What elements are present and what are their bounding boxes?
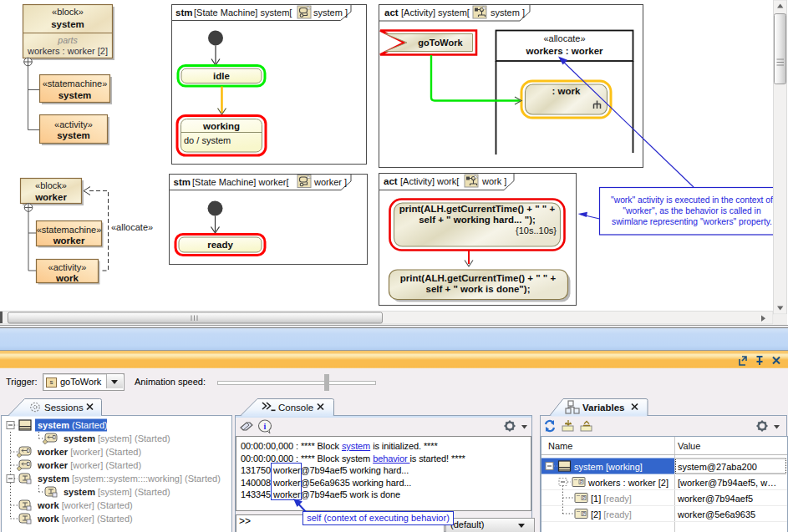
svg-text:system: system bbox=[58, 90, 92, 100]
svg-text:work [worker] (Started): work [worker] (Started) bbox=[37, 500, 133, 510]
svg-text:swimlane representing "workers: swimlane representing "workers" property… bbox=[612, 217, 772, 226]
svg-text:system (Started): system (Started) bbox=[38, 420, 108, 430]
svg-text:{10s..10s}: {10s..10s} bbox=[516, 225, 557, 236]
svg-text:: work: : work bbox=[552, 86, 581, 96]
svg-text:print(ALH.getCurrentTime() + ": print(ALH.getCurrentTime() + " " + bbox=[400, 273, 557, 283]
svg-text:worker: worker bbox=[53, 236, 85, 246]
svg-text:system [system] (Started): system [system] (Started) bbox=[64, 433, 170, 443]
svg-text:act: act bbox=[384, 176, 398, 186]
svg-text:system: system bbox=[57, 130, 90, 140]
svg-text:act: act bbox=[384, 8, 399, 18]
svg-text:worker@5e6a9635: worker@5e6a9635 bbox=[677, 509, 755, 519]
svg-text:[State Machine] worker[: [State Machine] worker[ bbox=[192, 177, 289, 187]
svg-text:«statemachine»: «statemachine» bbox=[37, 225, 102, 235]
svg-text:work ]: work ] bbox=[481, 176, 506, 186]
svg-text:[1] [ready]: [1] [ready] bbox=[591, 494, 632, 504]
svg-text:"worker", as the behavior is c: "worker", as the behavior is called in bbox=[623, 206, 761, 215]
svg-text:worker ]: worker ] bbox=[313, 177, 347, 187]
svg-text:self + " work is done");: self + " work is done"); bbox=[426, 284, 531, 294]
svg-text:parts: parts bbox=[57, 35, 78, 45]
svg-text:self + " working hard... ");: self + " working hard... "); bbox=[419, 215, 536, 225]
svg-text:workers : worker [2]: workers : worker [2] bbox=[27, 46, 108, 56]
svg-text:i: i bbox=[264, 422, 267, 431]
svg-text:worker: worker bbox=[34, 192, 67, 202]
svg-text:[worker@7b94aef5, w…: [worker@7b94aef5, w… bbox=[678, 478, 776, 488]
svg-text:system [working]: system [working] bbox=[574, 462, 643, 472]
svg-text:«activity»: «activity» bbox=[54, 119, 93, 129]
svg-text:work: work bbox=[55, 273, 79, 283]
svg-text:[2] [ready]: [2] [ready] bbox=[591, 509, 632, 519]
svg-text:«block»: «block» bbox=[52, 7, 84, 17]
svg-text:stm: stm bbox=[174, 177, 191, 187]
svg-text:worker [worker] (Started): worker [worker] (Started) bbox=[37, 447, 141, 457]
svg-text:Name: Name bbox=[548, 441, 572, 451]
svg-text:work [worker] (Started): work [worker] (Started) bbox=[37, 514, 133, 524]
svg-text:working: working bbox=[202, 121, 240, 131]
svg-text:system@27aba200: system@27aba200 bbox=[678, 462, 757, 472]
svg-text:print(ALH.getCurrentTime() + ": print(ALH.getCurrentTime() + " " + bbox=[399, 204, 556, 214]
svg-text:system [system::system::::work: system [system::system::::working] (Star… bbox=[38, 474, 221, 484]
svg-text:worker@7b94aef5: worker@7b94aef5 bbox=[677, 494, 753, 504]
svg-text:«statemachine»: «statemachine» bbox=[43, 79, 108, 89]
svg-text:Value: Value bbox=[678, 441, 700, 451]
svg-text:stm: stm bbox=[175, 8, 192, 18]
svg-text:system [system] (Started): system [system] (Started) bbox=[64, 487, 170, 497]
svg-text:[Activity] work[: [Activity] work[ bbox=[400, 176, 459, 186]
svg-text:«allocate»: «allocate» bbox=[543, 33, 585, 43]
svg-text:"work" activity is executed in: "work" activity is executed in the conte… bbox=[611, 195, 773, 205]
svg-text:system: system bbox=[51, 19, 84, 29]
svg-text:workers : worker: workers : worker bbox=[525, 46, 603, 56]
svg-text:system ]: system ] bbox=[313, 8, 348, 18]
svg-text:Variables: Variables bbox=[582, 403, 625, 413]
svg-text:[State Machine] system[: [State Machine] system[ bbox=[194, 8, 292, 18]
svg-text:idle: idle bbox=[213, 71, 230, 81]
svg-text:goToWork: goToWork bbox=[418, 38, 463, 48]
svg-text:«allocate»: «allocate» bbox=[111, 222, 153, 232]
svg-text:workers : worker [2]: workers : worker [2] bbox=[587, 478, 669, 488]
svg-text:system ]: system ] bbox=[491, 8, 525, 18]
svg-text:do / system: do / system bbox=[184, 135, 231, 145]
svg-text:worker [worker] (Started): worker [worker] (Started) bbox=[37, 460, 141, 470]
svg-text:«activity»: «activity» bbox=[48, 262, 87, 272]
svg-text:[Activity] system[: [Activity] system[ bbox=[401, 8, 470, 18]
svg-text:ready: ready bbox=[207, 240, 233, 250]
svg-text:«block»: «block» bbox=[35, 180, 67, 190]
svg-text:Console: Console bbox=[278, 403, 313, 413]
